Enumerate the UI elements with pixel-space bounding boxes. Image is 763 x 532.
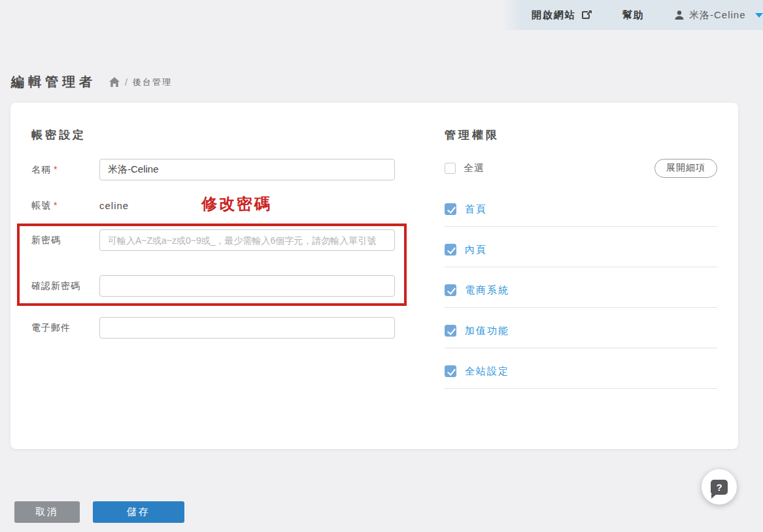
required-mark: * bbox=[54, 164, 58, 175]
divider bbox=[445, 267, 717, 267]
permission-checkbox[interactable] bbox=[445, 284, 456, 296]
help-link[interactable]: 幫助 bbox=[622, 9, 645, 22]
permissions-section: 管理權限 全選 展開細項 首頁 內頁 電商系統 bbox=[434, 103, 738, 449]
edit-admin-card: 帳密設定 名稱* 帳號* celine 新密碼 確認新密碼 電子郵件 bbox=[10, 103, 738, 449]
page-title: 編輯管理者 bbox=[11, 73, 96, 91]
email-input[interactable] bbox=[99, 317, 395, 339]
confirm-password-label: 確認新密碼 bbox=[31, 280, 99, 292]
divider bbox=[445, 307, 717, 308]
new-password-input[interactable] bbox=[99, 229, 395, 251]
account-settings-section: 帳密設定 名稱* 帳號* celine 新密碼 確認新密碼 電子郵件 bbox=[10, 103, 434, 449]
external-link-icon bbox=[582, 10, 592, 20]
list-item: 電商系統 bbox=[445, 282, 717, 308]
cancel-button[interactable]: 取消 bbox=[14, 501, 80, 523]
breadcrumb-separator: / bbox=[125, 77, 127, 88]
name-input[interactable] bbox=[99, 159, 395, 180]
breadcrumb-current[interactable]: 後台管理 bbox=[133, 76, 172, 88]
account-label: 帳號* bbox=[31, 200, 99, 212]
new-password-field-row: 新密碼 bbox=[31, 229, 434, 251]
save-button[interactable]: 儲存 bbox=[93, 501, 184, 523]
list-item: 首頁 bbox=[445, 201, 717, 227]
name-label: 名稱* bbox=[31, 164, 99, 176]
top-header: 開啟網站 幫助 米洛-Celine bbox=[501, 0, 763, 30]
account-section-title: 帳密設定 bbox=[31, 127, 434, 141]
divider bbox=[445, 226, 717, 227]
confirm-password-field-row: 確認新密碼 bbox=[31, 275, 434, 297]
select-all-row: 全選 展開細項 bbox=[445, 158, 717, 178]
page-header: 編輯管理者 / 後台管理 bbox=[11, 73, 172, 91]
user-name: 米洛-Celine bbox=[689, 9, 746, 22]
chevron-down-icon bbox=[755, 13, 763, 18]
permission-label[interactable]: 全站設定 bbox=[465, 365, 509, 378]
permission-label[interactable]: 內頁 bbox=[465, 244, 487, 256]
list-item: 內頁 bbox=[445, 242, 717, 267]
account-field-row: 帳號* celine bbox=[31, 195, 434, 216]
open-website-link[interactable]: 開啟網站 bbox=[532, 9, 592, 22]
breadcrumb: / 後台管理 bbox=[109, 76, 172, 88]
permission-label[interactable]: 加值功能 bbox=[465, 325, 509, 337]
expand-details-button[interactable]: 展開細項 bbox=[654, 159, 717, 178]
confirm-password-input[interactable] bbox=[99, 275, 395, 297]
user-menu[interactable]: 米洛-Celine bbox=[673, 9, 763, 22]
chat-bubble-icon: ? bbox=[711, 480, 728, 495]
permission-checkbox[interactable] bbox=[445, 244, 456, 256]
permission-checkbox[interactable] bbox=[445, 203, 456, 215]
permission-checkbox[interactable] bbox=[445, 325, 456, 337]
list-item: 全站設定 bbox=[445, 363, 717, 389]
email-field-row: 電子郵件 bbox=[31, 317, 434, 339]
divider bbox=[445, 348, 717, 348]
select-all-label: 全選 bbox=[464, 162, 484, 175]
question-mark-icon: ? bbox=[716, 482, 722, 493]
help-chat-button[interactable]: ? bbox=[702, 469, 737, 505]
form-actions: 取消 儲存 bbox=[14, 501, 184, 523]
user-icon bbox=[673, 9, 685, 21]
email-label: 電子郵件 bbox=[31, 322, 99, 334]
select-all-checkbox[interactable] bbox=[445, 163, 456, 174]
list-item: 加值功能 bbox=[445, 323, 717, 348]
open-website-label: 開啟網站 bbox=[532, 9, 576, 22]
new-password-label: 新密碼 bbox=[31, 235, 99, 246]
required-mark: * bbox=[54, 200, 58, 210]
permission-label[interactable]: 首頁 bbox=[465, 203, 487, 216]
permission-label[interactable]: 電商系統 bbox=[465, 284, 509, 297]
home-icon[interactable] bbox=[109, 77, 120, 87]
name-field-row: 名稱* bbox=[31, 159, 434, 180]
divider bbox=[445, 388, 717, 389]
help-label: 幫助 bbox=[622, 9, 645, 22]
permission-checkbox[interactable] bbox=[445, 365, 456, 377]
permissions-section-title: 管理權限 bbox=[445, 127, 717, 141]
account-value: celine bbox=[99, 200, 129, 211]
